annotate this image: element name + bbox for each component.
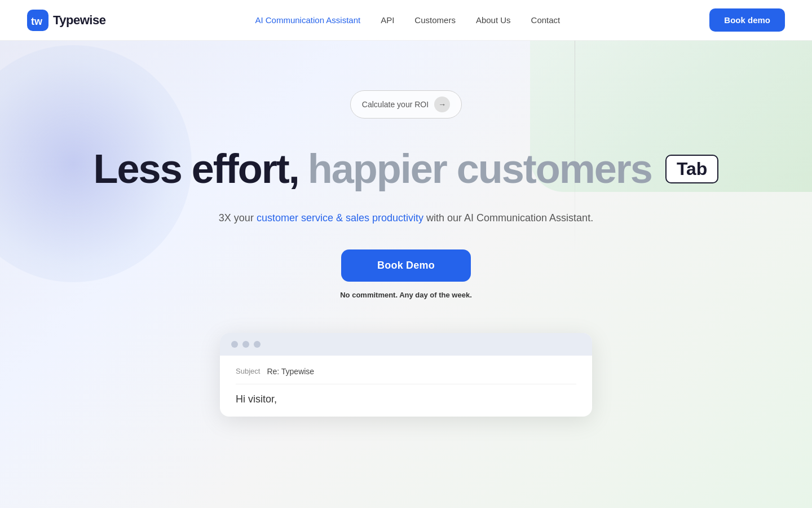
typewise-logo-icon: tw	[27, 10, 48, 31]
headline-part2: happier customers	[308, 147, 652, 191]
nav-item-about-us[interactable]: About Us	[476, 15, 511, 25]
logo-text: Typewise	[53, 13, 105, 28]
roi-arrow-icon: →	[434, 97, 450, 112]
nav-item-customers[interactable]: Customers	[414, 15, 456, 25]
nav-links: AI Communication Assistant API Customers…	[255, 15, 560, 25]
hero-cta-note: No commitment. Any day of the week.	[340, 291, 472, 299]
nav-item-contact[interactable]: Contact	[531, 15, 561, 25]
hero-section: Calculate your ROI → Less effort, happie…	[0, 0, 812, 508]
svg-text:tw: tw	[31, 16, 43, 27]
email-subject-row: Subject Re: Typewise	[236, 367, 576, 384]
nav-item-ai-communication[interactable]: AI Communication Assistant	[255, 15, 360, 25]
hero-headline: Less effort, happier customers Tab	[94, 147, 719, 191]
window-dot-3	[254, 341, 261, 348]
roi-badge-text: Calculate your ROI	[362, 100, 429, 109]
nav-item-api[interactable]: API	[381, 15, 394, 25]
window-dot-1	[231, 341, 238, 348]
email-preview-header	[220, 333, 592, 356]
navbar-book-demo-button[interactable]: Book demo	[709, 8, 785, 32]
subheadline-text-suffix: with our AI Communication Assistant.	[423, 212, 593, 224]
hero-subheadline: 3X your customer service & sales product…	[219, 209, 593, 227]
tab-key-badge: Tab	[665, 155, 719, 183]
subheadline-highlight: customer service & sales productivity	[257, 212, 423, 224]
subheadline-text-prefix: 3X your	[219, 212, 257, 224]
email-greeting: Hi visitor,	[236, 393, 576, 405]
roi-badge[interactable]: Calculate your ROI →	[350, 90, 462, 119]
subject-label: Subject	[236, 367, 260, 375]
email-preview-body: Subject Re: Typewise Hi visitor,	[220, 356, 592, 417]
headline-part1: Less effort,	[94, 147, 299, 191]
subject-value: Re: Typewise	[267, 367, 314, 376]
logo[interactable]: tw Typewise	[27, 10, 105, 31]
email-preview-card: Subject Re: Typewise Hi visitor, grammar…	[220, 333, 592, 417]
navbar: tw Typewise AI Communication Assistant A…	[0, 0, 812, 41]
hero-book-demo-button[interactable]: Book Demo	[341, 249, 471, 282]
window-dot-2	[242, 341, 249, 348]
